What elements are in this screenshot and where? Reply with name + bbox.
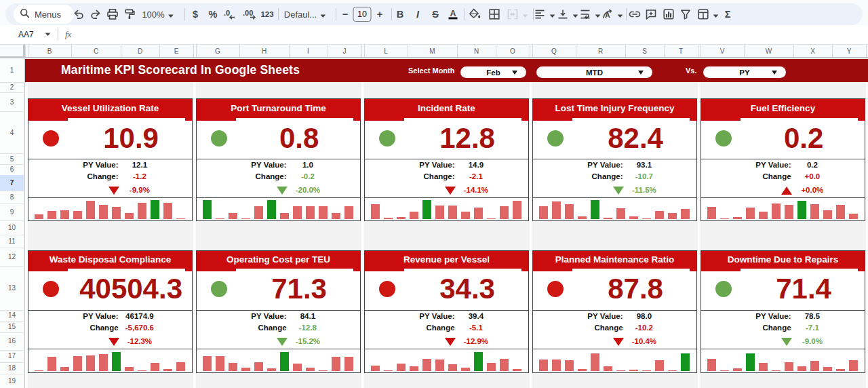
compare-dropdown[interactable]: PY [703,66,786,78]
row-header-9[interactable]: 9 [0,203,24,220]
row-header-5[interactable]: 5 [0,153,24,164]
change-label: Change: [87,172,119,180]
column-header-E[interactable]: E [174,45,179,57]
menus-search-button[interactable]: Menus [14,5,74,24]
column-header-R[interactable]: R [598,45,603,57]
select-all-corner[interactable] [0,44,25,58]
spark-bar [668,213,677,219]
decrease-decimals-icon[interactable]: .0 [223,3,238,25]
column-header-D[interactable]: D [138,45,142,57]
column-headers[interactable]: BCDEGHIJLMNOQRSTVWXY [25,44,868,58]
insert-comment-icon[interactable] [645,3,657,25]
font-family-button[interactable]: Defaul... [284,3,326,25]
name-box-caret-icon[interactable] [45,25,51,44]
row-header-1[interactable]: 1 [0,58,24,82]
increase-font-size-button[interactable]: + [377,3,382,25]
column-header-Q[interactable]: Q [551,45,557,57]
bold-button[interactable]: B [397,3,403,25]
trend-down-triangle-icon [277,338,288,346]
column-grid-line [239,45,240,58]
status-dot-green [547,130,564,147]
row-header-4[interactable]: 4 [0,111,24,153]
spark-bar [371,366,380,371]
row-header-11[interactable]: 11 [0,235,24,248]
column-header-Y[interactable]: Y [847,45,852,57]
row-header-18[interactable]: 18 [0,362,24,374]
column-header-V[interactable]: V [720,45,725,57]
row-header-16[interactable]: 16 [0,332,24,350]
spark-bar [151,363,160,371]
paint-format-icon[interactable] [123,3,136,25]
format-percent-button[interactable]: % [209,3,218,25]
kpi-title: Port Turnaround Time [231,103,326,113]
column-header-M[interactable]: M [429,45,435,57]
create-filter-icon[interactable] [680,3,691,25]
column-header-W[interactable]: W [766,45,772,57]
kpi-title: Operating Cost per TEU [226,254,330,265]
kpi-value: 82.4 [608,122,663,155]
column-header-J[interactable]: J [343,45,347,57]
text-wrap-icon[interactable] [579,3,601,25]
column-header-B[interactable]: B [47,45,52,57]
row-header-15[interactable]: 15 [0,321,24,332]
undo-icon[interactable] [73,3,85,25]
row-header-13[interactable]: 13 [0,266,24,310]
status-dot-green [211,130,227,147]
insert-chart-icon[interactable] [663,3,675,25]
column-header-T[interactable]: T [679,45,683,57]
decrease-font-size-button[interactable]: − [342,3,348,25]
text-color-icon[interactable]: A [447,3,459,25]
font-size-button[interactable]: 10 [353,3,372,25]
spreadsheet-grid[interactable]: Maritime KPI Scorecard In Google Sheets … [25,58,868,388]
print-icon[interactable] [106,3,119,25]
borders-icon[interactable] [488,3,500,25]
column-header-S[interactable]: S [642,45,647,57]
row-headers[interactable]: 12345678910111213141516171819 [0,58,25,388]
row-header-7[interactable]: 7 [0,175,24,191]
insert-link-icon[interactable] [628,3,642,25]
row-header-17[interactable]: 17 [0,350,24,363]
row-header-14[interactable]: 14 [0,310,24,322]
change-value: -0.2 [301,172,315,180]
table-views-icon[interactable] [697,3,719,25]
format-currency-button[interactable]: $ [193,3,198,25]
column-header-O[interactable]: O [510,45,515,57]
column-header-N[interactable]: N [474,45,479,57]
format-number-button[interactable]: 123 [260,3,273,25]
py-value: 14.9 [469,161,484,169]
period-dropdown[interactable]: MTD [536,66,652,78]
horizontal-align-icon[interactable] [534,3,555,25]
column-grid-line [159,45,160,58]
spark-bar [655,211,665,219]
italic-button[interactable]: I [416,3,419,25]
zoom-select-button[interactable]: 100% [142,3,174,25]
row-header-8[interactable]: 8 [0,191,24,203]
row-header-3[interactable]: 3 [0,92,24,111]
column-header-L[interactable]: L [384,45,388,57]
kpi-value: 0.2 [784,122,823,155]
functions-button[interactable]: Σ [725,3,731,25]
spark-bar [280,352,290,371]
row-header-12[interactable]: 12 [0,248,24,267]
column-header-H[interactable]: H [262,45,267,57]
row-header-10[interactable]: 10 [0,220,24,235]
strikethrough-button[interactable]: S [432,3,439,25]
fill-color-icon[interactable] [469,3,481,25]
spark-bar [293,364,302,371]
name-box[interactable]: AA7 [18,25,34,44]
vertical-align-icon[interactable] [557,3,578,25]
month-dropdown[interactable]: Feb [460,66,526,78]
change-label: Change [762,324,791,332]
increase-decimals-icon[interactable]: .00 [242,3,260,25]
row-header-19[interactable]: 19 [0,374,24,388]
row-header-2[interactable]: 2 [0,82,24,93]
change-percent: -9.0% [802,337,823,345]
column-header-G[interactable]: G [215,45,220,57]
column-header-C[interactable]: C [94,45,98,57]
merge-cells-icon[interactable] [507,3,528,25]
row-header-6[interactable]: 6 [0,164,24,175]
column-header-I[interactable]: I [307,45,309,57]
column-header-X[interactable]: X [810,45,815,57]
redo-icon[interactable] [90,3,102,25]
text-rotate-icon[interactable]: A [601,3,623,25]
